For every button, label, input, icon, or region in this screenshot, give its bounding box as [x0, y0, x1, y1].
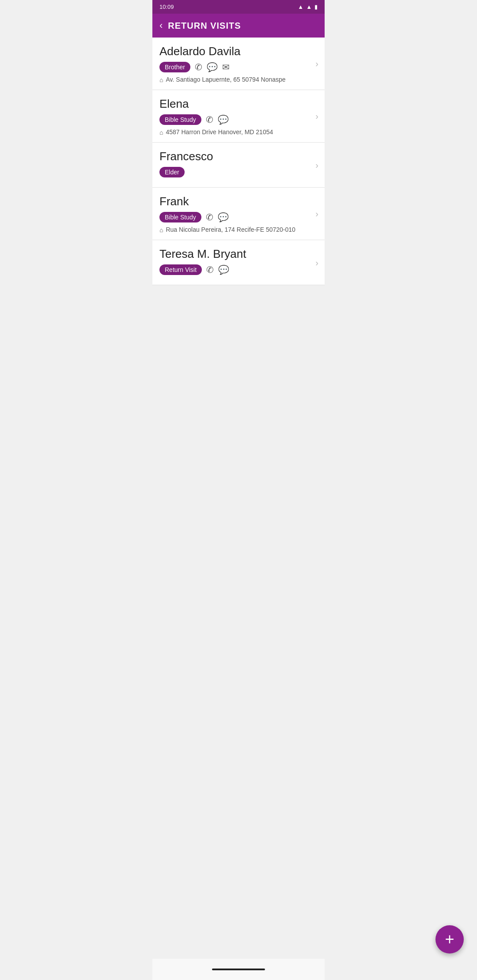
contact-badge: Bible Study [159, 114, 201, 125]
contact-name: Frank [159, 195, 318, 208]
contact-badge: Return Visit [159, 264, 202, 275]
contact-card-frank[interactable]: ›FrankBible Study✆💬⌂Rua Nicolau Pereira,… [152, 188, 325, 240]
badges-row: Bible Study✆💬 [159, 212, 318, 222]
badges-row: Elder [159, 167, 318, 177]
chevron-right-icon: › [315, 160, 318, 170]
location-icon: ⌂ [159, 76, 163, 83]
phone-icon[interactable]: ✆ [206, 264, 214, 275]
contact-card-francesco[interactable]: ›FrancescoElder [152, 143, 325, 188]
email-icon[interactable]: ✉ [222, 62, 230, 72]
address-text: 4587 Harron Drive Hanover, MD 21054 [166, 128, 273, 136]
contact-badge: Brother [159, 62, 190, 72]
status-bar: 10:09 ▲ ▲ ▮ [152, 0, 325, 14]
contact-name: Adelardo Davila [159, 45, 318, 58]
message-icon[interactable]: 💬 [207, 62, 218, 72]
chevron-right-icon: › [315, 209, 318, 219]
contact-card-teresa-m-bryant[interactable]: ›Teresa M. BryantReturn Visit✆💬 [152, 240, 325, 285]
address-text: Rua Nicolau Pereira, 174 Recife-FE 50720… [166, 226, 295, 233]
contact-name: Elena [159, 97, 318, 111]
message-icon[interactable]: 💬 [218, 114, 229, 125]
chevron-right-icon: › [315, 59, 318, 69]
phone-icon[interactable]: ✆ [206, 212, 213, 222]
contact-list: ›Adelardo DavilaBrother✆💬✉⌂Av. Santiago … [152, 38, 325, 285]
contact-name: Francesco [159, 150, 318, 163]
contact-name: Teresa M. Bryant [159, 247, 318, 261]
status-time: 10:09 [159, 4, 174, 10]
back-button[interactable]: ‹ [159, 20, 163, 31]
chevron-right-icon: › [315, 111, 318, 121]
phone-icon[interactable]: ✆ [195, 62, 202, 72]
contact-badge: Bible Study [159, 212, 201, 222]
status-icons: ▲ ▲ ▮ [298, 4, 318, 10]
location-icon: ⌂ [159, 226, 163, 234]
badges-row: Return Visit✆💬 [159, 264, 318, 275]
address-text: Av. Santiago Lapuernte, 65 50794 Nonaspe [166, 76, 285, 83]
contact-card-adelardo-davila[interactable]: ›Adelardo DavilaBrother✆💬✉⌂Av. Santiago … [152, 38, 325, 90]
battery-icon: ▮ [314, 4, 318, 10]
location-icon: ⌂ [159, 129, 163, 136]
chevron-right-icon: › [315, 257, 318, 268]
empty-area [152, 285, 325, 391]
app-header: ‹ RETURN VISITS [152, 14, 325, 38]
address-row: ⌂Rua Nicolau Pereira, 174 Recife-FE 5072… [159, 226, 318, 234]
wifi-icon: ▲ [306, 4, 312, 10]
page-title: RETURN VISITS [168, 21, 241, 31]
phone-icon[interactable]: ✆ [206, 114, 213, 125]
contact-card-elena[interactable]: ›ElenaBible Study✆💬⌂4587 Harron Drive Ha… [152, 90, 325, 143]
contact-badge: Elder [159, 167, 185, 177]
badges-row: Brother✆💬✉ [159, 62, 318, 72]
badges-row: Bible Study✆💬 [159, 114, 318, 125]
address-row: ⌂Av. Santiago Lapuernte, 65 50794 Nonasp… [159, 76, 318, 83]
message-icon[interactable]: 💬 [218, 212, 229, 222]
signal-icon: ▲ [298, 4, 303, 10]
address-row: ⌂4587 Harron Drive Hanover, MD 21054 [159, 128, 318, 136]
message-icon[interactable]: 💬 [218, 264, 229, 275]
